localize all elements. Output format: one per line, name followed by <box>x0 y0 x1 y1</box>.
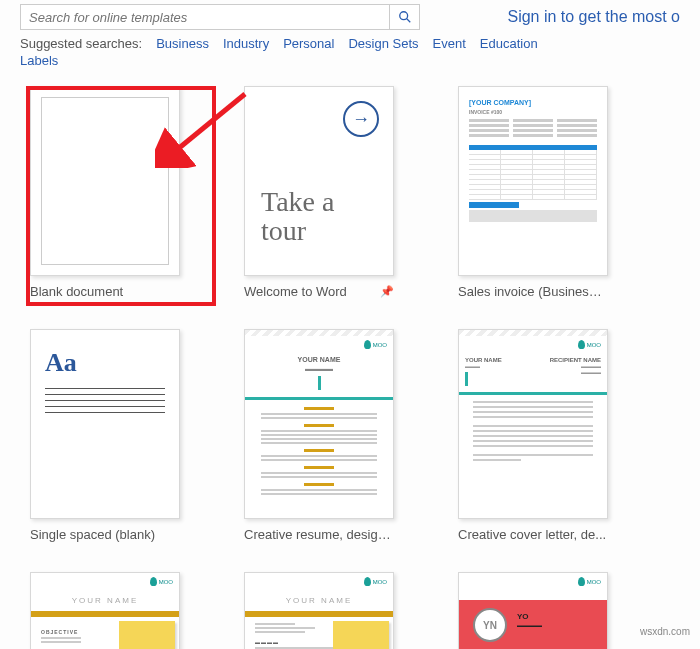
suggest-link-business[interactable]: Business <box>156 36 209 51</box>
search-box[interactable] <box>20 4 420 30</box>
template-polished-2[interactable]: MOO YOUR NAME ▬▬▬▬ <box>244 572 394 649</box>
cover-sender: YOUR NAME <box>465 357 533 363</box>
yn-name: YO <box>517 612 529 621</box>
suggest-link-event[interactable]: Event <box>433 36 466 51</box>
tour-text-line1: Take a <box>261 186 334 217</box>
moo-label: MOO <box>587 342 601 348</box>
template-thumbnail: → Take a tour <box>244 86 394 276</box>
template-sales-invoice[interactable]: [YOUR COMPANY] INVOICE #100 <box>458 86 608 299</box>
template-single-spaced[interactable]: Aa Single spaced (blank) <box>30 329 180 542</box>
template-thumbnail: MOO YOUR NAME OBJECTIVE SKILLS EXPERIENC… <box>30 572 180 649</box>
template-title: Single spaced (blank) <box>30 527 155 542</box>
search-button[interactable] <box>389 5 419 29</box>
moo-label: MOO <box>587 579 601 585</box>
arrow-right-icon: → <box>343 101 379 137</box>
template-thumbnail: MOO YOUR NAME▬▬▬ RECIPIENT NAME▬▬▬▬▬▬▬▬ <box>458 329 608 519</box>
heading-sample: Aa <box>45 348 179 378</box>
template-thumbnail: MOO YN YO ▬▬▬▬▬ OBJECTIVE SKILLS <box>458 572 608 649</box>
template-title: Sales invoice (Business ... <box>458 284 608 299</box>
suggested-searches-label: Suggested searches: <box>20 36 142 51</box>
watermark: wsxdn.com <box>640 626 690 637</box>
template-yn-resume[interactable]: MOO YN YO ▬▬▬▬▬ OBJECTIVE SKILLS <box>458 572 608 649</box>
moo-logo-icon <box>578 577 585 586</box>
moo-logo-icon <box>364 340 371 349</box>
search-input[interactable] <box>21 5 389 29</box>
svg-line-1 <box>406 19 410 23</box>
template-thumbnail: MOO YOUR NAME ▬▬▬▬ <box>244 572 394 649</box>
pin-icon[interactable]: 📌 <box>380 285 394 298</box>
suggest-link-design-sets[interactable]: Design Sets <box>348 36 418 51</box>
moo-label: MOO <box>373 342 387 348</box>
template-title: Creative cover letter, de... <box>458 527 606 542</box>
invoice-number: INVOICE #100 <box>469 109 597 115</box>
template-creative-resume[interactable]: MOO YOUR NAME▬▬▬▬ Creative resume, desig… <box>244 329 394 542</box>
polished-name: YOUR NAME <box>245 590 393 605</box>
suggest-link-industry[interactable]: Industry <box>223 36 269 51</box>
search-icon <box>398 10 412 24</box>
moo-logo-icon <box>578 340 585 349</box>
template-title: Creative resume, design... <box>244 527 394 542</box>
template-thumbnail: [YOUR COMPANY] INVOICE #100 <box>458 86 608 276</box>
template-polished-1[interactable]: MOO YOUR NAME OBJECTIVE SKILLS EXPERIENC… <box>30 572 180 649</box>
template-creative-cover-letter[interactable]: MOO YOUR NAME▬▬▬ RECIPIENT NAME▬▬▬▬▬▬▬▬ … <box>458 329 608 542</box>
svg-point-0 <box>399 12 407 20</box>
tour-text-line2: tour <box>261 215 306 246</box>
template-thumbnail <box>30 86 180 276</box>
moo-logo-icon <box>364 577 371 586</box>
template-blank-document[interactable]: Blank document <box>30 86 180 299</box>
template-thumbnail: Aa <box>30 329 180 519</box>
cover-recipient: RECIPIENT NAME <box>533 357 601 363</box>
invoice-company: [YOUR COMPANY] <box>469 99 597 106</box>
suggest-link-education[interactable]: Education <box>480 36 538 51</box>
initials-circle: YN <box>473 608 507 642</box>
template-thumbnail: MOO YOUR NAME▬▬▬▬ <box>244 329 394 519</box>
template-welcome-to-word[interactable]: → Take a tour Welcome to Word 📌 <box>244 86 394 299</box>
moo-logo-icon <box>150 577 157 586</box>
template-title: Welcome to Word <box>244 284 347 299</box>
template-gallery: Blank document → Take a tour Welcome to … <box>0 68 700 649</box>
suggest-link-personal[interactable]: Personal <box>283 36 334 51</box>
moo-label: MOO <box>373 579 387 585</box>
polished-name: YOUR NAME <box>31 590 179 605</box>
sign-in-link[interactable]: Sign in to get the most o <box>507 8 680 26</box>
resume-name: YOUR NAME <box>298 356 341 363</box>
template-title: Blank document <box>30 284 123 299</box>
suggest-link-labels[interactable]: Labels <box>20 53 58 68</box>
moo-label: MOO <box>159 579 173 585</box>
